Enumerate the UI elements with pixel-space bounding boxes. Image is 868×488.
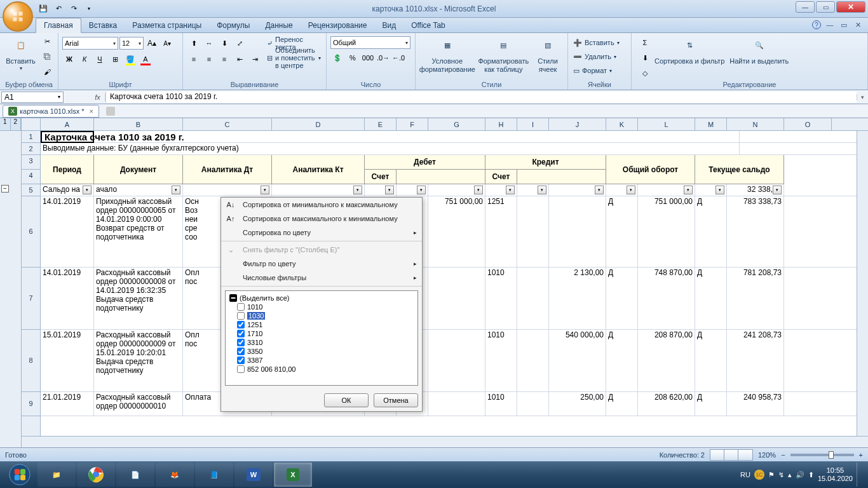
cell[interactable]: Д xyxy=(695,330,727,391)
filter-dropdown-icon[interactable]: ▾ xyxy=(172,186,180,194)
row-header[interactable]: 9 xyxy=(22,392,40,416)
row-header[interactable]: 7 xyxy=(22,268,40,330)
align-left-icon[interactable]: ≡ xyxy=(187,52,201,66)
minimize-ribbon-icon[interactable]: — xyxy=(825,20,835,30)
col-header-D[interactable]: D xyxy=(272,118,365,130)
cell[interactable] xyxy=(428,268,485,329)
cell[interactable]: 748 870,00 xyxy=(638,268,695,329)
cell[interactable]: ачало▾ xyxy=(94,184,183,196)
comma-icon[interactable]: 000 xyxy=(361,51,375,65)
insert-cells-button[interactable]: ➕Вставить▾ xyxy=(572,36,621,50)
row-header[interactable]: 4 xyxy=(22,170,40,184)
show-desktop-button[interactable] xyxy=(857,463,862,487)
cell[interactable]: Д xyxy=(695,392,727,416)
cell[interactable] xyxy=(428,330,485,391)
close-button[interactable]: ✕ xyxy=(836,1,865,13)
filter-checkbox[interactable] xyxy=(237,330,245,337)
undo-icon[interactable]: ↶ xyxy=(52,3,65,15)
cell[interactable]: Д xyxy=(606,392,638,416)
cells-area[interactable]: Карточка счета 1010 за 2019 г.Выводимые … xyxy=(41,131,857,436)
filter-dropdown-icon[interactable]: ▾ xyxy=(595,186,604,194)
tray-icon-1c[interactable]: 1C xyxy=(754,470,764,480)
col-header-L[interactable]: L xyxy=(638,118,695,130)
cell[interactable]: ▾ xyxy=(397,184,428,196)
expand-formula-icon[interactable]: ▾ xyxy=(857,94,868,100)
filter-value-item[interactable]: 1251 xyxy=(228,320,415,329)
col-header-C[interactable]: C xyxy=(183,118,272,130)
formula-input[interactable]: Карточка счета 1010 за 2019 г. xyxy=(105,92,857,103)
paste-button[interactable]: 📋 Вставить ▾ xyxy=(4,34,37,73)
select-all-corner[interactable] xyxy=(22,118,41,131)
maximize-button[interactable]: ▭ xyxy=(816,1,835,13)
filter-value-item[interactable]: 852 006 810,00 xyxy=(228,365,415,374)
cell[interactable]: 540 000,00 xyxy=(549,330,606,391)
underline-button[interactable]: Ч xyxy=(93,52,107,66)
cell[interactable] xyxy=(517,392,549,416)
zoom-slider[interactable] xyxy=(790,454,854,456)
close-tab-icon[interactable]: × xyxy=(90,107,93,115)
col-header-F[interactable]: F xyxy=(397,118,428,130)
cell[interactable]: Расходный кассовый ордер 00000000009 от … xyxy=(94,330,183,391)
filter-value-item[interactable]: 3310 xyxy=(228,338,415,347)
cell[interactable]: 240 958,73 xyxy=(727,392,784,416)
task-firefox[interactable]: 🦊 xyxy=(156,463,194,487)
tab-office[interactable]: Office Tab xyxy=(403,18,453,32)
filter-value-item[interactable]: 3387 xyxy=(228,356,415,365)
filter-dropdown-icon[interactable]: ▾ xyxy=(417,186,426,194)
task-chrome[interactable] xyxy=(77,463,115,487)
col-header-I[interactable]: I xyxy=(517,118,549,130)
cell[interactable]: 241 208,73 xyxy=(727,330,784,391)
indent-dec-icon[interactable]: ⇤ xyxy=(233,52,247,66)
file-tab[interactable]: X карточка 1010.xlsx * × xyxy=(3,105,99,118)
align-middle-icon[interactable]: ↔ xyxy=(202,36,216,50)
outline-level-2[interactable]: 2 xyxy=(11,118,22,130)
col-header-J[interactable]: J xyxy=(549,118,606,130)
office-button[interactable] xyxy=(3,1,33,32)
minimize-button[interactable]: — xyxy=(796,1,815,13)
task-explorer[interactable]: 📁 xyxy=(37,463,76,487)
copy-icon[interactable]: ⿻ xyxy=(40,50,54,64)
cell[interactable]: 208 870,00 xyxy=(638,330,695,391)
vertical-scrollbar[interactable] xyxy=(857,131,868,436)
filter-dropdown-icon[interactable]: ▾ xyxy=(627,186,635,194)
tray-clock[interactable]: 10:5515.04.2020 xyxy=(818,466,853,483)
cell[interactable]: 15.01.2019 xyxy=(41,330,94,391)
delete-cells-button[interactable]: ➖Удалить▾ xyxy=(572,50,618,64)
new-tab-button[interactable] xyxy=(100,105,121,118)
cell[interactable]: 1010 xyxy=(485,268,517,329)
filter-dropdown-icon[interactable]: ▾ xyxy=(773,186,782,194)
font-size-combo[interactable]: 12▾ xyxy=(119,37,144,50)
cell[interactable]: Д xyxy=(695,196,727,267)
cell[interactable]: Д xyxy=(606,196,638,267)
cell[interactable]: ▾ xyxy=(428,184,485,196)
col-header-H[interactable]: H xyxy=(485,118,517,130)
sort-color-item[interactable]: Сортировка по цвету▸ xyxy=(221,226,422,240)
filter-cancel-button[interactable]: Отмена xyxy=(374,393,418,407)
filter-checkbox[interactable] xyxy=(237,356,245,364)
filter-value-item[interactable]: 1710 xyxy=(228,329,415,338)
cell[interactable]: 14.01.2019 xyxy=(41,268,94,329)
cell[interactable]: ▾ xyxy=(365,184,397,196)
cell-styles-button[interactable]: ▧Стили ячеек xyxy=(532,34,564,75)
filter-checkbox[interactable] xyxy=(237,321,245,329)
cell[interactable]: 21.01.2019 xyxy=(41,392,94,416)
cell[interactable]: 1251 xyxy=(485,196,517,267)
filter-dropdown-icon[interactable]: ▾ xyxy=(684,186,693,194)
cell[interactable]: 2 130,00 xyxy=(549,268,606,329)
save-icon[interactable]: 💾 xyxy=(37,3,50,15)
shrink-font-icon[interactable]: A▾ xyxy=(160,36,174,50)
clear-icon[interactable]: ◇ xyxy=(638,66,652,80)
row-header[interactable]: 5 xyxy=(22,184,40,196)
task-excel[interactable]: X xyxy=(274,463,312,487)
filter-dropdown-icon[interactable]: ▾ xyxy=(83,186,92,194)
cell[interactable]: Выводимые данные: БУ (данные бухгалтерск… xyxy=(41,143,740,154)
filter-value-list[interactable]: (Выделить все) 1010103012511710331033503… xyxy=(225,290,418,386)
align-center-icon[interactable]: ≡ xyxy=(202,52,216,66)
number-format-combo[interactable]: Общий▾ xyxy=(330,36,410,49)
tab-layout[interactable]: Разметка страницы xyxy=(125,18,209,32)
indent-inc-icon[interactable]: ⇥ xyxy=(248,52,262,66)
find-select-button[interactable]: 🔍Найти и выделить xyxy=(727,34,791,67)
grow-font-icon[interactable]: A▴ xyxy=(145,36,159,50)
col-header-K[interactable]: K xyxy=(606,118,638,130)
task-word[interactable]: W xyxy=(234,463,273,487)
